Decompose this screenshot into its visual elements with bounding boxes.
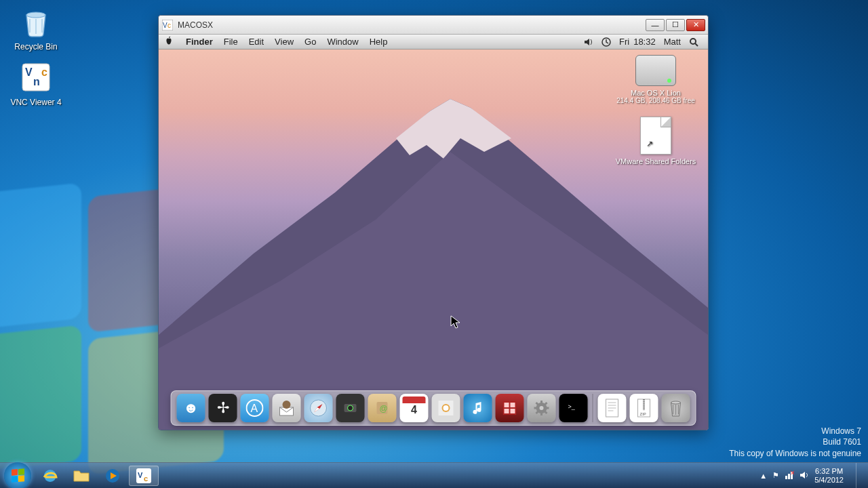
dock-separator — [593, 394, 593, 422]
svg-point-21 — [348, 405, 353, 411]
spotlight[interactable] — [685, 37, 703, 47]
calendar-day: 4 — [400, 404, 429, 416]
vnc-viewer[interactable]: V n c VNC Viewer 4 — [5, 61, 66, 107]
dock-ical[interactable]: 4 — [400, 394, 429, 422]
menu-finder[interactable]: Finder — [180, 37, 218, 47]
mac-disk-sub: 214.4 GB, 208.46 GB free — [612, 97, 700, 104]
camera-icon — [342, 400, 359, 416]
svg-text:c: c — [41, 66, 47, 78]
dock-system-preferences[interactable] — [528, 394, 556, 422]
show-desktop-button[interactable] — [856, 463, 864, 489]
minimize-button[interactable]: — — [646, 19, 665, 31]
taskbar-ie[interactable] — [35, 466, 65, 486]
menu-window[interactable]: Window — [321, 37, 363, 47]
dock-iphoto[interactable] — [432, 394, 460, 422]
apple-menu[interactable] — [164, 36, 174, 47]
dock-finder[interactable]: ☻ — [177, 394, 205, 422]
document-icon — [605, 399, 620, 418]
dock-itunes[interactable] — [464, 394, 492, 422]
media-player-icon — [104, 468, 121, 484]
svg-rect-29 — [511, 403, 515, 407]
recycle-bin-icon — [20, 5, 52, 38]
recycle-bin-label: Recycle Bin — [5, 42, 66, 52]
apple-icon — [164, 36, 174, 45]
vnc-title-text: MACOSX — [178, 20, 644, 30]
dock-archive[interactable]: ZIP — [630, 394, 658, 422]
tray-action-center-icon[interactable]: ⚑ — [772, 471, 779, 480]
menubar-day[interactable]: Fri — [615, 37, 633, 47]
dock-address-book[interactable]: @ — [368, 394, 397, 422]
menu-file[interactable]: File — [218, 37, 243, 47]
hard-drive-icon — [635, 55, 676, 86]
svg-rect-28 — [505, 403, 509, 407]
dock-facetime[interactable] — [336, 394, 365, 422]
mac-dock: ☻ ✢ A @ 4 >_ ZIP — [171, 390, 696, 426]
svg-text:>_: >_ — [568, 403, 576, 410]
menu-view[interactable]: View — [269, 37, 299, 47]
alias-file-icon: ↗ — [640, 117, 671, 155]
svg-point-33 — [540, 406, 544, 410]
vnc-app-icon: Vc — [161, 19, 174, 31]
vnc-window[interactable]: Vc MACOSX — ☐ ✕ Finder File Edit View Go… — [158, 15, 709, 430]
recycle-bin[interactable]: Recycle Bin — [5, 5, 66, 52]
dock-app-store[interactable]: A — [241, 394, 269, 422]
taskbar-vnc[interactable]: Vc — [129, 466, 159, 486]
svg-point-16 — [283, 401, 291, 409]
vnc-viewer-label: VNC Viewer 4 — [5, 98, 66, 107]
dock-document[interactable] — [598, 394, 627, 422]
timemachine-menu[interactable] — [597, 37, 615, 47]
menu-edit[interactable]: Edit — [243, 37, 269, 47]
menu-help[interactable]: Help — [364, 37, 393, 47]
tray-volume-icon[interactable] — [800, 470, 809, 481]
svg-rect-46 — [785, 476, 787, 479]
dock-photo-booth[interactable] — [496, 394, 524, 422]
mac-desktop[interactable]: Mac OS X Lion 214.4 GB, 208.46 GB free ↗… — [159, 49, 708, 430]
svg-point-26 — [443, 405, 449, 411]
vnc-titlebar[interactable]: Vc MACOSX — ☐ ✕ — [159, 16, 708, 35]
address-book-icon: @ — [374, 400, 391, 416]
tray-clock[interactable]: 6:32 PM 5/4/2012 — [814, 467, 846, 484]
svg-text:✕: ✕ — [790, 470, 794, 476]
volume-menu[interactable] — [580, 37, 597, 47]
dock-safari[interactable] — [304, 394, 333, 422]
iphoto-icon — [437, 399, 455, 417]
taskbar-wmp[interactable] — [98, 466, 127, 486]
dock-mail[interactable] — [273, 394, 301, 422]
windows-watermark: Windows 7 Build 7601 This copy of Window… — [729, 426, 861, 460]
svg-rect-31 — [511, 409, 515, 413]
cursor-icon — [450, 315, 461, 332]
appstore-icon: A — [246, 399, 264, 417]
vmware-folder-label: VMware Shared Folders — [612, 157, 700, 165]
tray-show-hidden[interactable]: ▲ — [760, 472, 767, 480]
photobooth-icon — [503, 401, 517, 415]
svg-text:V: V — [163, 22, 167, 29]
taskbar-explorer[interactable] — [66, 466, 96, 486]
svg-text:@: @ — [380, 404, 388, 413]
vmware-shared-folders[interactable]: ↗ VMware Shared Folders — [612, 117, 700, 165]
dock-trash[interactable] — [662, 394, 690, 422]
svg-text:c: c — [167, 22, 171, 29]
tray-network-icon[interactable]: ✕ — [785, 470, 794, 481]
vnc-taskbar-icon: Vc — [136, 468, 151, 483]
svg-text:c: c — [144, 474, 148, 483]
menu-go[interactable]: Go — [299, 37, 321, 47]
volume-icon — [584, 37, 593, 47]
dock-dashboard[interactable]: ✢ — [209, 394, 237, 422]
close-button[interactable]: ✕ — [686, 19, 705, 31]
start-button[interactable] — [4, 462, 31, 489]
maximize-button[interactable]: ☐ — [666, 19, 685, 31]
itunes-icon — [471, 401, 486, 415]
mac-disk[interactable]: Mac OS X Lion 214.4 GB, 208.46 GB free — [612, 55, 700, 104]
zip-icon: ZIP — [637, 399, 652, 418]
svg-point-0 — [26, 12, 45, 18]
terminal-icon: >_ — [567, 402, 580, 414]
dock-terminal[interactable]: >_ — [559, 394, 588, 422]
menubar-time[interactable]: 18:32 — [633, 37, 660, 47]
tray-date: 5/4/2012 — [814, 476, 844, 485]
windows-logo-icon — [12, 468, 24, 482]
mail-icon — [277, 398, 297, 418]
gear-icon — [534, 400, 550, 416]
menubar-user[interactable]: Matt — [660, 37, 685, 47]
tray-time: 6:32 PM — [814, 467, 844, 476]
search-icon — [689, 37, 698, 47]
